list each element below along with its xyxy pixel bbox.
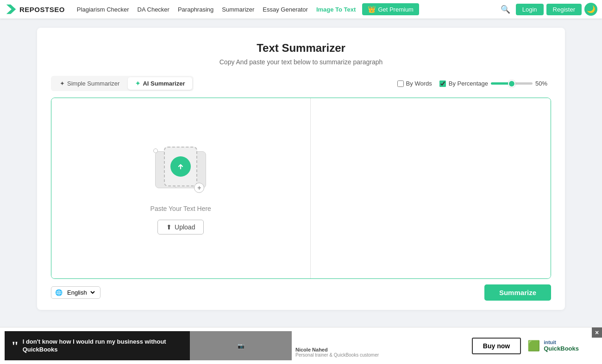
editors-row: + Paste Your Text Here ⬆ Upload [51, 98, 551, 279]
upload-area: + Paste Your Text Here ⬆ Upload [150, 107, 211, 269]
site-logo[interactable]: REPOSTSEO [5, 3, 65, 16]
doc-main [164, 147, 197, 186]
ad-quote-content: I don't know how I would run my business… [23, 338, 183, 354]
by-words-label: By Words [406, 80, 432, 87]
percentage-slider[interactable] [491, 82, 533, 85]
nav-plagiarism-checker[interactable]: Plagiarism Checker [73, 4, 133, 15]
percentage-value: 50% [535, 80, 551, 87]
tab-simple-label: Simple Summarizer [67, 80, 119, 87]
search-button[interactable]: 🔍 [498, 4, 513, 15]
by-percentage-label: By Percentage [449, 80, 488, 87]
dark-mode-toggle[interactable]: 🌙 [584, 3, 597, 16]
bottom-row: 🌐 English French Spanish German Arabic S… [51, 279, 551, 301]
ad-person-title: Personal trainer & QuickBooks customer [295, 352, 379, 358]
tab-ai-summarizer[interactable]: ✦ AI Summarizer [128, 77, 192, 90]
sparkle-icon: ✦ [60, 80, 65, 87]
nav-image-to-text[interactable]: Image To Text [313, 4, 359, 15]
page-title: Text Summarizer [51, 42, 551, 55]
navbar: REPOSTSEO Plagiarism Checker DA Checker … [0, 0, 602, 19]
globe-icon: 🌐 [55, 289, 63, 296]
output-editor [311, 98, 551, 278]
page-subtitle: Copy And paste your text below to summar… [51, 58, 551, 66]
ad-person: Nicole Nahed Personal trainer & QuickBoo… [292, 331, 383, 360]
input-editor[interactable]: + Paste Your Text Here ⬆ Upload [51, 98, 311, 278]
plus-icon: + [194, 183, 204, 193]
ai-icon: ✦ [135, 80, 140, 87]
navbar-links: Plagiarism Checker DA Checker Paraphrasi… [73, 3, 493, 15]
ad-person-name: Nicole Nahed [295, 347, 379, 352]
ad-buy-button[interactable]: Buy now [472, 338, 521, 354]
upload-icon-stack: + [150, 142, 211, 197]
quote-mark-icon: " [11, 339, 19, 353]
logo-text: REPOSTSEO [19, 6, 65, 13]
svg-marker-0 [6, 5, 16, 14]
nav-essay-generator[interactable]: Essay Generator [259, 4, 312, 15]
premium-label: Get Premium [378, 6, 414, 13]
upload-button[interactable]: ⬆ Upload [157, 220, 204, 234]
premium-button[interactable]: 👑 Get Premium [362, 3, 419, 15]
upload-button-label: Upload [175, 223, 195, 231]
tab-ai-label: AI Summarizer [143, 80, 185, 87]
tabs-row: ✦ Simple Summarizer ✦ AI Summarizer By W… [51, 76, 551, 91]
language-dropdown[interactable]: English French Spanish German Arabic [65, 289, 96, 296]
nav-summarizer[interactable]: Summarizer [218, 4, 258, 15]
by-words-checkbox[interactable] [397, 80, 404, 87]
ad-quote-text: " I don't know how I would run my busine… [5, 331, 190, 360]
register-button[interactable]: Register [546, 4, 582, 15]
by-percentage-checkbox[interactable] [439, 80, 446, 87]
main-wrapper: Text Summarizer Copy And paste your text… [0, 19, 602, 319]
ad-image: 📷 [190, 331, 292, 360]
nav-da-checker[interactable]: DA Checker [134, 4, 173, 15]
ad-banner: " I don't know how I would run my busine… [0, 327, 602, 364]
upload-icon: ⬆ [166, 223, 172, 231]
options-row: By Words By Percentage 50% [397, 80, 551, 87]
paste-text-label: Paste Your Text Here [150, 205, 211, 212]
language-selector[interactable]: 🌐 English French Spanish German Arabic [51, 286, 100, 299]
nav-paraphrasing[interactable]: Paraphrasing [174, 4, 217, 15]
tool-card: Text Summarizer Copy And paste your text… [37, 28, 565, 310]
intuit-label: intuit [544, 339, 579, 345]
summarize-button[interactable]: Summarize [484, 284, 551, 301]
login-button[interactable]: Login [516, 4, 544, 15]
crown-icon: 👑 [368, 6, 376, 13]
ad-logo: 🟩 intuit QuickBooks [527, 339, 579, 352]
quickbooks-label: QuickBooks [544, 345, 579, 352]
navbar-right: 🔍 Login Register 🌙 [498, 3, 597, 16]
upload-arrow-icon [170, 156, 191, 177]
ad-right: Buy now 🟩 intuit QuickBooks [472, 331, 597, 360]
by-percentage-option: By Percentage 50% [439, 80, 551, 87]
close-ad-button[interactable]: × [592, 327, 602, 338]
tab-simple-summarizer[interactable]: ✦ Simple Summarizer [52, 77, 127, 90]
by-words-option: By Words [397, 80, 432, 87]
tab-group: ✦ Simple Summarizer ✦ AI Summarizer [51, 76, 194, 91]
